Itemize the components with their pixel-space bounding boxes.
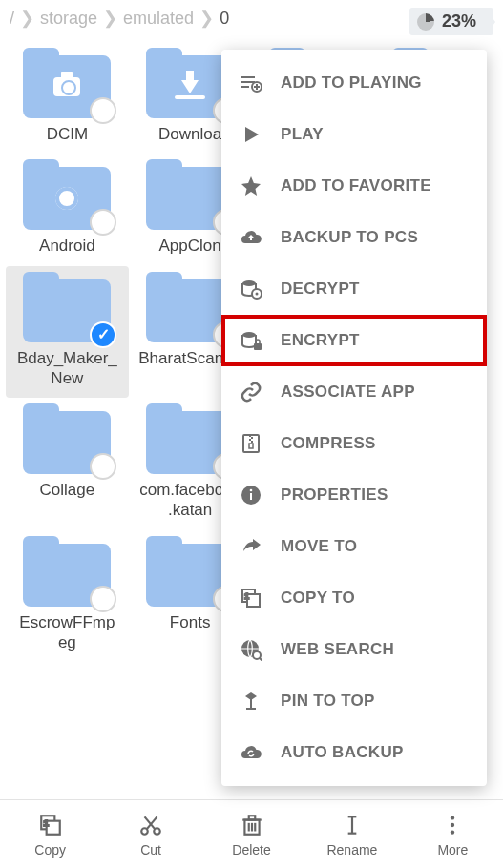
star-icon xyxy=(239,174,263,198)
folder-item[interactable]: Collage xyxy=(6,398,129,530)
menu-encrypt[interactable]: ENCRYPT xyxy=(221,315,487,366)
menu-label: COPY TO xyxy=(281,589,355,608)
menu-backup-to-pcs[interactable]: BACKUP TO PCS xyxy=(221,212,487,263)
menu-compress[interactable]: COMPRESS xyxy=(221,418,487,469)
menu-associate-app[interactable]: ASSOCIATE APP xyxy=(221,366,487,418)
menu-label: ENCRYPT xyxy=(281,331,360,350)
folder-label: Collage xyxy=(40,480,95,500)
action-cut[interactable]: Cut xyxy=(100,800,200,868)
breadcrumb-seg[interactable]: emulated xyxy=(123,9,194,29)
menu-label: PIN TO TOP xyxy=(281,692,375,711)
svg-point-44 xyxy=(451,816,454,819)
folder-icon: ✓ xyxy=(23,272,111,342)
svg-rect-10 xyxy=(254,343,262,350)
action-label: Copy xyxy=(34,842,66,858)
folder-item[interactable]: Android xyxy=(6,154,129,265)
svg-rect-40 xyxy=(248,816,255,819)
menu-decrypt[interactable]: DECRYPT xyxy=(221,263,487,315)
action-copy[interactable]: 1 Copy xyxy=(0,800,100,868)
menu-label: BACKUP TO PCS xyxy=(281,228,418,247)
action-more[interactable]: More xyxy=(403,800,503,868)
link-icon xyxy=(239,380,263,404)
svg-rect-0 xyxy=(241,76,255,78)
folder-label: Bday_Maker_New xyxy=(15,348,118,389)
status-dot-icon xyxy=(90,209,116,236)
chevron-right-icon: ❯ xyxy=(199,8,214,29)
svg-point-46 xyxy=(451,830,454,834)
svg-line-25 xyxy=(260,658,262,661)
status-dot-icon xyxy=(90,453,116,480)
folder-label: Downloa xyxy=(158,124,221,144)
bottom-action-bar: 1 Copy Cut Delete Rename More xyxy=(0,799,503,868)
menu-properties[interactable]: PROPERTIES xyxy=(221,469,487,521)
folder-icon xyxy=(23,536,111,607)
forward-icon xyxy=(239,534,263,559)
action-label: Rename xyxy=(326,842,377,858)
svg-point-9 xyxy=(242,332,256,338)
folder-label: AppClon xyxy=(159,236,221,256)
status-dot-icon xyxy=(90,586,116,612)
breadcrumb-seg[interactable]: storage xyxy=(40,9,97,29)
svg-line-33 xyxy=(147,816,157,829)
svg-line-34 xyxy=(145,816,156,829)
svg-text:1: 1 xyxy=(244,591,249,601)
svg-point-8 xyxy=(256,293,259,296)
menu-move-to[interactable]: MOVE TO xyxy=(221,521,487,572)
menu-label: ASSOCIATE APP xyxy=(281,382,415,402)
more-icon xyxy=(440,812,465,838)
folder-icon xyxy=(23,48,111,118)
menu-label: PLAY xyxy=(281,125,324,144)
svg-rect-18 xyxy=(250,493,252,500)
breadcrumb-root[interactable]: / xyxy=(10,9,14,29)
cut-icon xyxy=(138,812,163,838)
folder-icon xyxy=(23,403,111,474)
menu-copy-to[interactable]: 1 COPY TO xyxy=(221,572,487,624)
svg-point-24 xyxy=(253,651,261,659)
action-label: Delete xyxy=(232,842,270,858)
copy-1-icon: 1 xyxy=(239,586,263,610)
cloud-up-icon xyxy=(239,225,263,250)
menu-play[interactable]: PLAY xyxy=(221,109,487,160)
menu-label: ADD TO PLAYING xyxy=(281,73,422,93)
menu-web-search[interactable]: WEB SEARCH xyxy=(221,624,487,675)
menu-label: WEB SEARCH xyxy=(281,640,394,659)
breadcrumb-current[interactable]: 0 xyxy=(220,9,229,29)
svg-rect-27 xyxy=(246,708,256,710)
cloud-sync-icon xyxy=(239,740,263,765)
play-icon xyxy=(239,122,263,147)
action-delete[interactable]: Delete xyxy=(201,800,302,868)
chevron-right-icon: ❯ xyxy=(20,8,34,29)
menu-label: DECRYPT xyxy=(281,279,360,299)
folder-label: Android xyxy=(39,236,95,256)
folder-label: EscrowFFmpeg xyxy=(15,612,118,653)
svg-point-45 xyxy=(451,822,454,826)
svg-point-19 xyxy=(250,489,253,492)
menu-add-to-playing[interactable]: ADD TO PLAYING xyxy=(221,57,487,109)
action-label: More xyxy=(437,842,468,858)
playlist-add-icon xyxy=(239,71,263,95)
folder-item[interactable]: DCIM xyxy=(6,42,129,154)
folder-label: DCIM xyxy=(47,124,88,144)
svg-rect-26 xyxy=(250,698,252,708)
menu-auto-backup[interactable]: AUTO BACKUP xyxy=(221,727,487,778)
svg-rect-12 xyxy=(249,435,251,437)
db-unlock-icon xyxy=(239,277,263,301)
svg-text:1: 1 xyxy=(43,817,49,828)
pin-icon xyxy=(239,689,263,713)
menu-label: COMPRESS xyxy=(281,434,376,453)
folder-item[interactable]: EscrowFFmpeg xyxy=(6,530,129,663)
menu-pin-to-top[interactable]: PIN TO TOP xyxy=(221,675,487,727)
storage-usage-badge[interactable]: 23% xyxy=(409,8,493,35)
delete-icon xyxy=(240,812,264,838)
context-menu: ADD TO PLAYING PLAY ADD TO FAVORITE BACK… xyxy=(221,50,487,786)
pie-chart-icon xyxy=(417,13,434,31)
zip-icon xyxy=(239,431,263,456)
folder-icon xyxy=(23,159,111,230)
action-rename[interactable]: Rename xyxy=(302,800,402,868)
check-icon: ✓ xyxy=(90,321,116,348)
chevron-right-icon: ❯ xyxy=(103,8,117,29)
action-label: Cut xyxy=(140,842,161,858)
menu-add-to-favorite[interactable]: ADD TO FAVORITE xyxy=(221,160,487,212)
folder-item[interactable]: ✓ Bday_Maker_New xyxy=(6,266,129,399)
svg-rect-5 xyxy=(254,86,260,88)
